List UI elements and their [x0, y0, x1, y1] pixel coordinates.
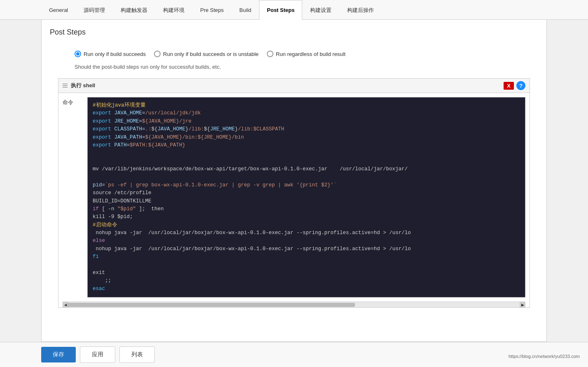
horizontal-scrollbar[interactable]: ◀ ▶ [63, 302, 525, 307]
page-title: Post Steps [50, 28, 538, 41]
description-text: Should the post-build steps run only for… [50, 64, 538, 70]
tab-build[interactable]: Build [231, 0, 259, 20]
code-editor[interactable]: #初始化java环境变量 export JAVA_HOME=/usr/local… [87, 97, 525, 297]
shell-block: 执行 shell X ? 命令 #初始化java环境变量 export JAVA… [58, 78, 530, 308]
shell-body: 命令 #初始化java环境变量 export JAVA_HOME=/usr/lo… [58, 93, 530, 302]
tab-bar: General 源码管理 构建触发器 构建环境 Pre Steps Build … [0, 0, 588, 20]
shell-header-left: 执行 shell [63, 82, 95, 89]
help-button[interactable]: ? [516, 81, 525, 90]
bottom-bar: 保存 应用 列表 [0, 342, 588, 367]
tab-general[interactable]: General [41, 0, 76, 20]
radio-label-always: Run regardless of build result [276, 51, 345, 57]
save-button[interactable]: 保存 [41, 347, 76, 362]
radio-label-success: Run only if build succeeds [84, 51, 146, 57]
radio-always[interactable]: Run regardless of build result [267, 51, 345, 57]
tab-pre-steps[interactable]: Pre Steps [192, 0, 231, 20]
command-label: 命令 [63, 97, 87, 297]
apply-button[interactable]: 应用 [80, 346, 115, 363]
scroll-right-arrow[interactable]: ▶ [520, 302, 525, 308]
tab-post-build[interactable]: 构建后操作 [339, 0, 382, 20]
tab-settings[interactable]: 构建设置 [302, 0, 339, 20]
radio-circle-success [75, 51, 81, 57]
tab-source[interactable]: 源码管理 [76, 0, 113, 20]
shell-header: 执行 shell X ? [58, 79, 530, 93]
close-button[interactable]: X [504, 82, 514, 90]
radio-unstable[interactable]: Run only if build succeeds or is unstabl… [154, 51, 259, 57]
drag-handle[interactable] [63, 84, 68, 88]
footer-link: https://blog.cn/network/yu0233.com [509, 354, 580, 359]
radio-success[interactable]: Run only if build succeeds [75, 51, 146, 57]
page-wrapper: General 源码管理 构建触发器 构建环境 Pre Steps Build … [0, 0, 588, 367]
radio-circle-always [267, 51, 273, 57]
tab-triggers[interactable]: 构建触发器 [113, 0, 155, 20]
radio-group: Run only if build succeeds Run only if b… [50, 51, 538, 57]
list-button[interactable]: 列表 [119, 346, 155, 363]
tab-env[interactable]: 构建环境 [155, 0, 192, 20]
shell-header-right: X ? [504, 81, 525, 90]
main-content: Post Steps Run only if build succeeds Ru… [41, 20, 547, 342]
tab-post-steps[interactable]: Post Steps [259, 0, 302, 20]
radio-label-unstable: Run only if build succeeds or is unstabl… [163, 51, 259, 57]
scrollbar-thumb[interactable] [67, 303, 355, 307]
shell-title: 执行 shell [71, 82, 95, 89]
radio-circle-unstable [154, 51, 161, 57]
